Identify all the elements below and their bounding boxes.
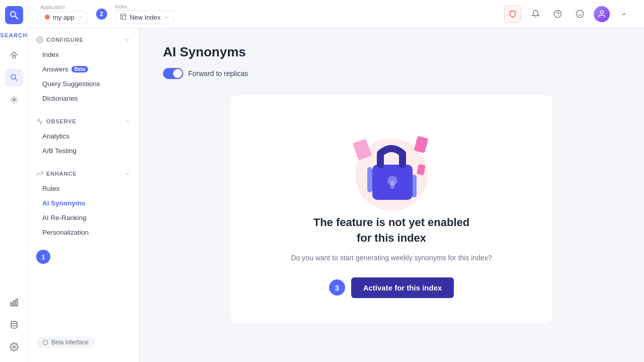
svg-point-4 (13, 99, 15, 101)
index-label: Index (115, 4, 174, 10)
app-name: my app (53, 14, 74, 21)
database-nav-btn[interactable] (5, 316, 23, 334)
svg-rect-27 (367, 167, 372, 192)
application-selector: Application my app (40, 5, 88, 24)
app-dot (45, 15, 50, 20)
forward-to-replicas-toggle[interactable] (163, 68, 183, 79)
observe-section-header[interactable]: OBSERVE (28, 110, 138, 129)
brand-name: SEARCH (0, 32, 27, 38)
activate-button[interactable]: Activate for this index (351, 277, 454, 298)
svg-rect-10 (120, 14, 126, 19)
toggle-label: Forward to replicas (188, 69, 248, 78)
help-button[interactable] (549, 6, 566, 22)
ai-nav-btn[interactable] (5, 91, 23, 109)
enhance-section-header[interactable]: ENHANCE (28, 162, 138, 181)
lock-subtext: Do you want to start generating weekly s… (291, 252, 492, 263)
search-nav-btn[interactable] (5, 68, 23, 87)
index-chevron-icon (164, 14, 170, 20)
sidebar-item-ab-testing[interactable]: A/B Testing (28, 143, 138, 158)
sidebar-item-rules[interactable]: Rules (28, 181, 138, 196)
activate-row: 3 Activate for this index (329, 277, 454, 298)
svg-rect-5 (11, 303, 12, 306)
user-chevron-button[interactable] (616, 6, 632, 22)
svg-rect-25 (414, 136, 428, 154)
svg-point-15 (576, 10, 583, 17)
icon-bar: SEARCH (0, 0, 28, 362)
step-3-badge: 3 (329, 279, 345, 296)
main-content: AI Synonyms Forward to replicas (139, 28, 644, 362)
svg-point-9 (13, 346, 15, 348)
svg-rect-31 (390, 181, 394, 189)
locked-card: The feature is not yet enabled for this … (230, 95, 552, 322)
step-2-badge: 2 (96, 9, 107, 20)
application-label: Application (40, 5, 88, 10)
chevron-down-icon (77, 14, 84, 20)
index-name: New Index (130, 14, 160, 21)
index-dropdown[interactable]: New Index (115, 11, 174, 24)
svg-point-18 (600, 11, 603, 14)
application-dropdown[interactable]: my app (40, 11, 88, 24)
sidebar-bottom: Beta interface (28, 331, 138, 354)
toggle-row: Forward to replicas (163, 68, 620, 79)
sidebar-item-ai-synonyms[interactable]: AI Synonyms (28, 196, 138, 210)
svg-point-19 (39, 39, 41, 41)
page-title: AI Synonyms (163, 44, 620, 60)
home-nav-btn[interactable] (5, 46, 23, 64)
lock-heading: The feature is not yet enabled for this … (313, 215, 470, 246)
sidebar-item-ai-reranking[interactable]: AI Re-Ranking (28, 210, 138, 225)
settings-nav-btn[interactable] (5, 338, 23, 356)
sidebar-item-index[interactable]: Index (28, 47, 138, 62)
svg-rect-7 (16, 299, 17, 306)
index-icon (120, 13, 127, 22)
configure-section-header[interactable]: CONFIGURE (28, 28, 138, 47)
beta-interface-button[interactable]: Beta interface (36, 337, 95, 348)
main-wrapper: Application my app 2 Index New Index (28, 0, 644, 362)
emoji-button[interactable] (572, 6, 588, 22)
svg-rect-6 (13, 301, 15, 306)
sidebar-item-personalization[interactable]: Personalization (28, 225, 138, 240)
analytics-nav-btn[interactable] (5, 294, 23, 312)
shield-button[interactable] (504, 6, 521, 23)
step-1-badge: 1 (36, 250, 50, 264)
logo (5, 6, 23, 24)
topbar: Application my app 2 Index New Index (28, 0, 644, 28)
sidebar-item-analytics[interactable]: Analytics (28, 129, 138, 143)
svg-line-3 (15, 79, 17, 81)
answers-beta-badge: Beta (71, 66, 89, 73)
svg-line-1 (15, 16, 18, 19)
index-selector: Index New Index (115, 4, 174, 24)
lock-illustration (341, 119, 442, 215)
avatar[interactable] (594, 6, 610, 22)
toggle-knob (173, 69, 182, 78)
sidebar: CONFIGURE Index Answers Beta Query Sugge… (28, 28, 139, 362)
sidebar-item-dictionaries[interactable]: Dictionaries (28, 91, 138, 106)
sidebar-item-query-suggestions[interactable]: Query Suggestions (28, 77, 138, 91)
svg-point-8 (11, 321, 17, 324)
topbar-right (504, 6, 632, 23)
bell-button[interactable] (527, 6, 543, 22)
sidebar-item-answers[interactable]: Answers Beta (28, 62, 138, 77)
svg-point-2 (11, 75, 16, 79)
